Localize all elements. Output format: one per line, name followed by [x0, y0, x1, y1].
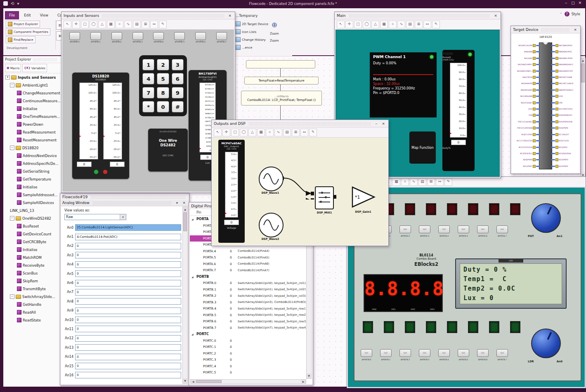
toolbar-icon[interactable]: ▢ [354, 21, 362, 28]
window-titlebar[interactable]: Main ✕ [335, 12, 501, 19]
tree-item[interactable]: GetHandle [3, 300, 61, 308]
chevron-down-icon[interactable]: ▾ [120, 214, 126, 220]
toolbar-icon[interactable]: ⌗ [116, 21, 123, 28]
view-menu-item[interactable]: Icon Lists [236, 29, 268, 34]
analog-value-field[interactable]: 0 [75, 354, 181, 360]
scroll-up-icon[interactable]: ▲ [581, 58, 585, 63]
toolbar-icon[interactable]: ▤ [133, 21, 141, 28]
port-push-button[interactable]: OFF [438, 225, 450, 233]
slide-switch[interactable]: $PORTB.5 [171, 32, 188, 43]
dsp-wave-generator[interactable] [259, 213, 284, 237]
group-expander-icon[interactable]: ◢ [191, 218, 195, 221]
toolbar-icon[interactable]: ▦ [380, 21, 388, 28]
tree-item[interactable]: GetSerialString [3, 167, 61, 175]
digital-pin-row[interactable]: ◢ PORTC [190, 331, 312, 338]
scroll-right-icon[interactable]: ▶ [301, 380, 306, 383]
expander-icon[interactable]: − [10, 216, 14, 221]
slider-marker[interactable]: ▶ [199, 147, 201, 150]
tree-item[interactable]: Initialise [3, 105, 61, 113]
value-format-dropdown[interactable]: Raw ▾ [64, 214, 126, 220]
analog-value-field[interactable]: 0 [75, 317, 181, 323]
help-icon[interactable]: ? [565, 12, 569, 16]
analog-value-field[interactable]: 25:ComboBL0114:LightSensor(ADC) [75, 224, 181, 231]
toolbar-icon[interactable]: ↖ [337, 21, 345, 28]
keypad-key[interactable]: 6 [172, 73, 184, 85]
port-push-button[interactable]: OFF [458, 349, 469, 357]
toolbar-icon[interactable]: △ [248, 129, 256, 136]
group-expander-icon[interactable]: ◢ [191, 275, 195, 278]
analog-value-field[interactable]: 0 [75, 289, 181, 296]
toolbar-icon[interactable]: ↖ [214, 129, 222, 136]
keypad-key[interactable]: 0 [157, 101, 169, 113]
switch-button[interactable] [174, 32, 185, 40]
scrollbar-thumb[interactable] [183, 212, 187, 231]
tree-item[interactable]: ContinuousMeasure... [3, 97, 61, 105]
keypad-key[interactable]: 9 [172, 87, 184, 99]
analog-value-field[interactable]: 0 [75, 326, 181, 332]
slide-switch[interactable]: $PORTB.3 [130, 32, 146, 43]
ldr-knob[interactable] [531, 329, 561, 358]
flowchart-component-macro-box[interactable]: ...intMacro ComboBL0114: LCD_PrintFloat;… [241, 91, 322, 106]
toolbar-icon[interactable]: ↔ [423, 21, 431, 28]
slide-switch[interactable]: $PORTB.2 [109, 32, 125, 43]
analog-value-field[interactable]: 0 [75, 270, 181, 277]
explorer-toolbar-button[interactable]: {X} Variables [22, 64, 47, 72]
toolbar-icon[interactable]: ⌗ [389, 21, 397, 28]
pin-panel-icon[interactable]: ▾ [174, 201, 180, 205]
toolbar-icon[interactable]: ▦ [107, 21, 115, 28]
tree-item[interactable]: MatchROM [3, 254, 61, 261]
toolbar-icon[interactable]: ⌗ [266, 129, 274, 136]
digital-pin-row[interactable]: PORTA.6 0 ComboBL0114(PinA6) [190, 261, 312, 268]
analog-value-field[interactable]: 0 [75, 363, 181, 369]
voltage-scale[interactable]: 5.04.54.03.53.02.52.01.51.00.50.0 ▶ [225, 152, 238, 218]
maximize-button[interactable]: ▢ [569, 1, 577, 5]
scroll-down-icon[interactable]: ▼ [307, 373, 311, 378]
digital-pin-row[interactable]: PORTC.0 0 [190, 338, 312, 344]
tree-item[interactable]: − AmbientLight1 [3, 81, 61, 89]
close-icon[interactable]: ✕ [572, 28, 578, 32]
port-push-button[interactable]: OFF [438, 349, 450, 357]
port-push-button[interactable]: OFF [458, 225, 469, 233]
tree-item[interactable]: ChangeMeasurement [3, 89, 61, 97]
slider-marker[interactable]: ▶ [103, 135, 105, 137]
expander-icon[interactable]: − [10, 83, 14, 87]
thermometer-scale[interactable]: 125.0105.085.065.045.025.05.0-15.0-35.0-… [79, 82, 98, 160]
minimize-button[interactable]: ‒ [562, 1, 569, 5]
toolbar-icon[interactable]: ◯ [90, 21, 97, 28]
toolbar-icon[interactable]: ▤ [406, 21, 414, 28]
slider-marker[interactable]: ▶ [450, 132, 452, 134]
collapse-ribbon-icon[interactable]: ⌃ [560, 12, 562, 16]
digital-pin-row[interactable]: PORTC.1 0 [190, 344, 312, 350]
scrollbar-thumb[interactable] [581, 63, 585, 82]
toolbar-icon[interactable]: ✎ [309, 129, 317, 136]
ribbon-tab[interactable]: File [5, 11, 19, 19]
slide-switch[interactable]: $PORTB.7 [213, 32, 230, 43]
pot-knob[interactable] [531, 203, 561, 233]
analog-value-field[interactable]: 0 [75, 372, 181, 378]
digital-pin-row[interactable]: PORTC.2 0 [190, 350, 312, 357]
tree-item[interactable]: TransmitByte [3, 285, 61, 293]
ribbon-tab[interactable]: Edit [20, 11, 35, 19]
project-explorer-button[interactable]: Project Explorer [6, 21, 40, 28]
analog-value-field[interactable]: 0 [75, 252, 181, 258]
slide-switch[interactable]: $PORTB.4 [150, 32, 167, 43]
scroll-up-icon[interactable]: ▲ [183, 207, 187, 212]
expander-icon[interactable]: − [10, 294, 14, 299]
digital-pin-row[interactable]: ◢ PORTB [190, 274, 312, 280]
tree-item[interactable]: GetCRC8Byte [3, 238, 61, 246]
toolbar-icon[interactable]: ✎ [432, 21, 440, 28]
tree-item[interactable]: LINK_LING_13 [3, 207, 61, 214]
view-menu-item[interactable]: ...ence [236, 45, 268, 50]
tree-item[interactable]: SampleAddressed... [3, 191, 61, 199]
switch-button[interactable] [216, 32, 227, 40]
toolbar-icon[interactable]: ⌗ [401, 178, 409, 186]
dsp-mixer[interactable] [315, 186, 334, 209]
zoom-label[interactable]: Zoom [270, 39, 279, 42]
digital-pin-row[interactable]: PORTB.7 0 SwitchArraySlide1(pin7), keypa… [190, 325, 312, 331]
tree-item[interactable]: ReadMeasurement [3, 128, 61, 136]
digital-pin-row[interactable]: PORTB.3 0 SwitchArraySlide1(pin3), Combo… [190, 299, 312, 306]
toolbar-icon[interactable]: ◯ [240, 129, 248, 136]
toolbar-icon[interactable]: ▦ [392, 178, 400, 186]
port-push-button[interactable]: OFF [419, 225, 430, 233]
keypad-key[interactable]: 3 [172, 59, 184, 70]
